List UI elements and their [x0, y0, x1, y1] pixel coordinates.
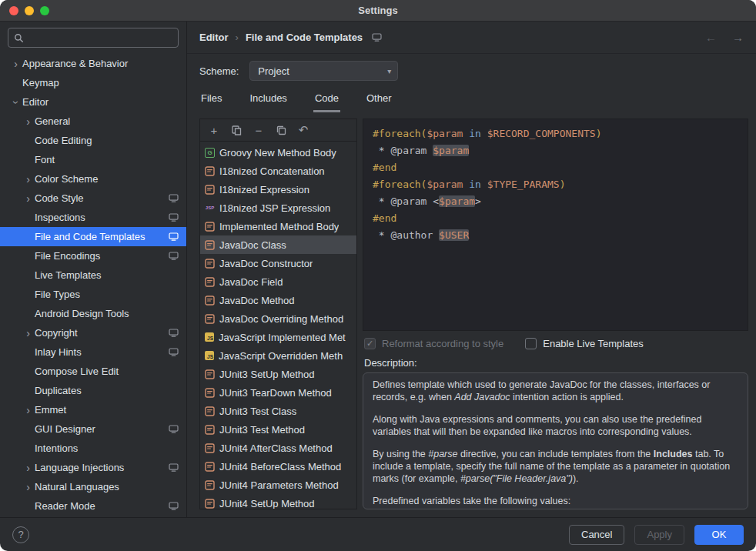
template-item-label: JavaDoc Method [219, 295, 295, 306]
window-title: Settings [0, 5, 756, 16]
chevron-right-icon[interactable]: › [22, 193, 35, 204]
template-detail-pane: #foreach($param in $RECORD_COMPONENTS) *… [363, 119, 748, 509]
template-item-javascript-overridden-meth[interactable]: JSJavaScript Overridden Meth [200, 346, 356, 365]
template-item-label: JUnit4 SetUp Method [219, 498, 315, 509]
chevron-right-icon[interactable]: › [22, 174, 35, 185]
template-item-i18nized-jsp-expression[interactable]: JSPI18nized JSP Expression [200, 199, 356, 217]
sidebar-item-android-design-tools[interactable]: ›Android Design Tools [0, 304, 186, 323]
scheme-row: Scheme: Project ▾ [187, 54, 756, 86]
template-item-label: JavaScript Overridden Meth [219, 350, 343, 362]
help-button[interactable]: ? [12, 526, 29, 543]
tab-code[interactable]: Code [313, 86, 340, 112]
search-input[interactable] [28, 32, 172, 45]
chevron-right-icon[interactable]: › [22, 405, 35, 416]
sidebar-item-reader-mode[interactable]: ›Reader Mode [0, 496, 186, 516]
breadcrumb-item-editor[interactable]: Editor [199, 32, 229, 43]
sidebar-item-code-editing[interactable]: ›Code Editing [0, 131, 186, 150]
chevron-right-icon[interactable]: › [22, 116, 35, 127]
template-item-junit4-beforeclass-method[interactable]: JUnit4 BeforeClass Method [200, 457, 356, 476]
template-item-label: I18nized JSP Expression [219, 202, 330, 214]
sidebar-item-label: Keymap [22, 77, 59, 88]
chevron-right-icon[interactable]: › [22, 463, 35, 473]
template-item-javadoc-method[interactable]: JavaDoc Method [200, 291, 356, 309]
sidebar-item-general[interactable]: ›General [0, 112, 186, 131]
template-item-label: I18nized Expression [219, 184, 309, 195]
sidebar-item-font[interactable]: ›Font [0, 150, 186, 169]
chevron-down-icon[interactable]: › [11, 95, 22, 109]
sidebar-item-intentions[interactable]: ›Intentions [0, 439, 186, 458]
sidebar-item-keymap[interactable]: ›Keymap [0, 73, 186, 92]
template-item-implemented-method-body[interactable]: Implemented Method Body [200, 217, 356, 235]
chevron-right-icon[interactable]: › [22, 482, 35, 493]
sidebar-item-emmet[interactable]: ›Emmet [0, 400, 186, 419]
sidebar-item-file-and-code-templates[interactable]: ›File and Code Templates [0, 227, 186, 246]
minimize-window-button[interactable] [25, 6, 34, 15]
template-options: ✓ Reformat according to style Enable Liv… [364, 338, 747, 349]
sidebar-item-compose-live-edit[interactable]: ›Compose Live Edit [0, 362, 186, 381]
tab-files[interactable]: Files [199, 86, 223, 112]
ok-button[interactable]: OK [694, 525, 744, 545]
template-item-groovy-new-method-body[interactable]: GGroovy New Method Body [200, 143, 356, 162]
sidebar-item-inlay-hints[interactable]: ›Inlay Hints [0, 342, 186, 362]
back-button[interactable]: ← [705, 31, 717, 44]
sidebar-item-language-injections[interactable]: ›Language Injections [0, 458, 186, 477]
sidebar-item-inspections[interactable]: ›Inspections [0, 208, 186, 227]
revert-template-icon[interactable]: ↶ [297, 124, 309, 136]
close-window-button[interactable] [9, 6, 18, 15]
template-item-i18nized-expression[interactable]: I18nized Expression [200, 180, 356, 199]
tab-other[interactable]: Other [365, 86, 393, 112]
template-item-javadoc-overriding-method[interactable]: JavaDoc Overriding Method [200, 309, 356, 328]
remove-template-icon[interactable]: − [253, 124, 265, 136]
sidebar-item-label: Code Style [35, 192, 84, 204]
sidebar-item-gui-designer[interactable]: ›GUI Designer [0, 419, 186, 439]
template-item-junit3-test-method[interactable]: JUnit3 Test Method [200, 420, 356, 439]
sidebar-item-color-scheme[interactable]: ›Color Scheme [0, 169, 186, 189]
sidebar-item-appearance-behavior[interactable]: ›Appearance & Behavior [0, 54, 186, 73]
screen-icon [169, 329, 179, 337]
breadcrumb-item-file-and-code-templates[interactable]: File and Code Templates [246, 32, 363, 43]
template-item-label: JUnit4 AfterClass Method [219, 442, 333, 454]
live-templates-checkbox[interactable] [525, 338, 537, 349]
chevron-right-icon[interactable]: › [22, 328, 35, 339]
reformat-checkbox[interactable]: ✓ [364, 338, 376, 349]
chevron-right-icon[interactable]: › [9, 58, 22, 69]
template-list: GGroovy New Method BodyI18nized Concaten… [200, 142, 356, 509]
forward-button[interactable]: → [732, 31, 744, 44]
duplicate-template-icon[interactable] [275, 124, 287, 136]
template-item-junit4-setup-method[interactable]: JUnit4 SetUp Method [200, 494, 356, 509]
template-item-javadoc-field[interactable]: JavaDoc Field [200, 272, 356, 291]
template-list-panel: +−↶ GGroovy New Method BodyI18nized Conc… [199, 119, 357, 509]
template-item-javadoc-class[interactable]: JavaDoc Class [200, 235, 356, 254]
template-item-javadoc-constructor[interactable]: JavaDoc Constructor [200, 254, 356, 272]
template-file-icon [205, 499, 215, 509]
settings-search-field[interactable] [8, 28, 179, 48]
copy-template-icon[interactable] [230, 124, 243, 136]
sidebar-item-editor[interactable]: ›Editor [0, 92, 186, 112]
cancel-button[interactable]: Cancel [569, 525, 624, 545]
sidebar-item-file-encodings[interactable]: ›File Encodings [0, 246, 186, 265]
template-item-junit4-afterclass-method[interactable]: JUnit4 AfterClass Method [200, 439, 356, 457]
add-template-icon[interactable]: + [208, 124, 220, 136]
template-item-junit3-test-class[interactable]: JUnit3 Test Class [200, 402, 356, 420]
template-item-label: JUnit3 Test Method [219, 424, 305, 436]
sidebar-item-file-types[interactable]: ›File Types [0, 285, 186, 304]
sidebar-item-duplicates[interactable]: ›Duplicates [0, 381, 186, 400]
template-item-javascript-implemented-met[interactable]: JSJavaScript Implemented Met [200, 328, 356, 346]
sidebar-item-natural-languages[interactable]: ›Natural Languages [0, 477, 186, 496]
dialog-footer: ? Cancel Apply OK [0, 517, 756, 551]
scheme-dropdown[interactable]: Project ▾ [249, 61, 398, 81]
zoom-window-button[interactable] [40, 6, 49, 15]
template-item-junit4-parameters-method[interactable]: JUnit4 Parameters Method [200, 476, 356, 494]
scheme-value: Project [258, 65, 289, 77]
template-item-label: I18nized Concatenation [219, 165, 325, 177]
sidebar-item-code-style[interactable]: ›Code Style [0, 189, 186, 208]
template-item-junit3-teardown-method[interactable]: JUnit3 TearDown Method [200, 383, 356, 402]
sidebar-item-copyright[interactable]: ›Copyright [0, 323, 186, 342]
apply-button[interactable]: Apply [634, 525, 684, 545]
template-editor[interactable]: #foreach($param in $RECORD_COMPONENTS) *… [363, 119, 748, 331]
template-item-i18nized-concatenation[interactable]: I18nized Concatenation [200, 162, 356, 180]
sidebar-item-live-templates[interactable]: ›Live Templates [0, 265, 186, 285]
template-file-icon [205, 259, 215, 269]
template-item-junit3-setup-method[interactable]: JUnit3 SetUp Method [200, 365, 356, 383]
tab-includes[interactable]: Includes [248, 86, 288, 112]
